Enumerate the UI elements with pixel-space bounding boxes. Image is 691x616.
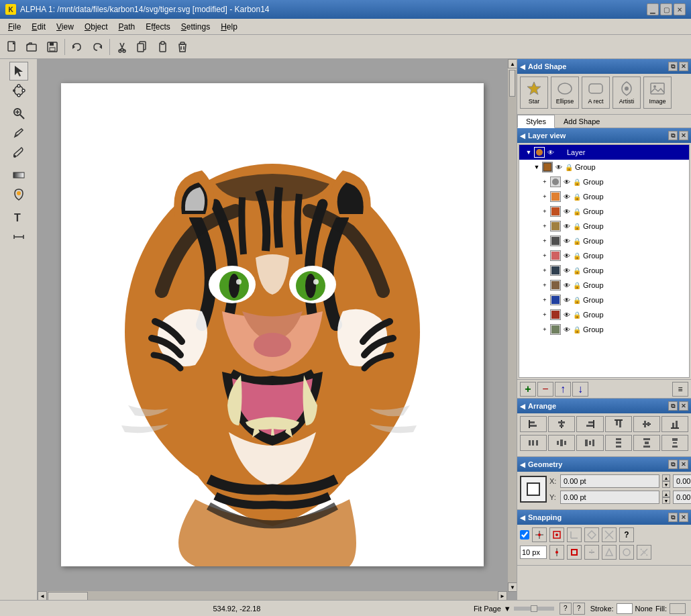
scroll-right-button[interactable]: ►: [498, 591, 507, 600]
open-button[interactable]: [23, 38, 42, 56]
help-button-1[interactable]: ?: [560, 603, 572, 615]
snap-node-button[interactable]: [584, 527, 599, 542]
layer-item-group3[interactable]: + 👁 🔒 Group: [519, 189, 689, 204]
brush-tool-button[interactable]: [9, 143, 28, 162]
layer-group8-lock-icon[interactable]: 🔒: [572, 266, 582, 275]
arrange-detach-button[interactable]: ⧉: [668, 401, 678, 411]
zoom-slider-thumb[interactable]: [531, 605, 537, 612]
layer-eye-icon[interactable]: 👁: [546, 148, 555, 157]
pencil-tool-button[interactable]: [9, 123, 28, 142]
arrange-align-top-button[interactable]: [605, 416, 632, 432]
arrange-distrib-center-button[interactable]: [548, 435, 575, 451]
new-button[interactable]: [3, 38, 21, 56]
snapping-enable-checkbox[interactable]: [520, 530, 529, 540]
layer-item-group12[interactable]: + 👁 🔒 Group: [519, 322, 689, 337]
geometry-y-up-button[interactable]: ▲: [662, 491, 670, 497]
snapping-close-button[interactable]: ✕: [679, 513, 688, 522]
snap-dist-btn4[interactable]: [602, 545, 617, 560]
layer-group3-lock-icon[interactable]: 🔒: [572, 192, 582, 201]
layer-group8-eye-icon[interactable]: 👁: [562, 266, 572, 275]
layer-group4-lock-icon[interactable]: 🔒: [572, 207, 582, 216]
layer-item-group5[interactable]: + 👁 🔒 Group: [519, 219, 689, 234]
layer-item-group9[interactable]: + 👁 🔒 Group: [519, 278, 689, 293]
arrange-align-left-button[interactable]: [520, 416, 547, 432]
vertical-scrollbar[interactable]: ▲ ▼: [507, 59, 517, 591]
arrange-distrib-top-button[interactable]: [605, 435, 632, 451]
tab-add-shape[interactable]: Add Shape: [555, 115, 608, 127]
snapping-detach-button[interactable]: ⧉: [668, 513, 678, 522]
close-button[interactable]: ✕: [674, 3, 686, 15]
layer-group9-eye-icon[interactable]: 👁: [562, 280, 572, 290]
arrange-distrib-right-button[interactable]: [576, 435, 603, 451]
arect-shape-button[interactable]: A rect: [582, 76, 610, 109]
geometry-x2-input[interactable]: [673, 474, 691, 488]
tab-styles[interactable]: Styles: [517, 115, 555, 128]
menu-path[interactable]: Path: [113, 21, 141, 33]
layer-group6-lock-icon[interactable]: 🔒: [572, 236, 582, 246]
arrange-align-center-h-button[interactable]: [548, 416, 575, 432]
layer-remove-button[interactable]: −: [537, 382, 553, 397]
copy-button[interactable]: [133, 38, 152, 56]
layer-item-layer[interactable]: ▼ 👁 Layer: [519, 145, 689, 160]
layer-group4-eye-icon[interactable]: 👁: [562, 207, 572, 216]
maximize-button[interactable]: ▢: [660, 3, 672, 15]
scroll-left-button[interactable]: ◄: [38, 591, 47, 600]
layer-group12-eye-icon[interactable]: 👁: [562, 325, 572, 334]
layer-view-close-button[interactable]: ✕: [679, 131, 688, 140]
menu-view[interactable]: View: [51, 21, 79, 33]
geometry-x-up-button[interactable]: ▲: [662, 474, 670, 481]
stroke-swatch[interactable]: [617, 603, 633, 614]
layer-group2-eye-icon[interactable]: 👁: [562, 177, 572, 187]
menu-settings[interactable]: Settings: [176, 21, 215, 33]
layer-group2-lock-icon[interactable]: 🔒: [572, 177, 582, 187]
snap-intersection-button[interactable]: [602, 527, 617, 542]
layer-group10-lock-icon[interactable]: 🔒: [572, 295, 582, 305]
layer-group11-eye-icon[interactable]: 👁: [562, 310, 572, 319]
geometry-y2-input[interactable]: [673, 491, 691, 504]
arrange-close-button[interactable]: ✕: [679, 401, 688, 411]
undo-button[interactable]: [68, 38, 87, 56]
arrange-align-middle-button[interactable]: [633, 416, 660, 432]
minimize-button[interactable]: ▁: [647, 3, 659, 15]
layer-item-group2[interactable]: + 👁 🔒 Group: [519, 174, 689, 189]
layer-menu-button[interactable]: ≡: [672, 382, 688, 397]
arrange-align-bottom-button[interactable]: [661, 416, 688, 432]
arrange-distrib-middle-button[interactable]: [633, 435, 660, 451]
help-button-2[interactable]: ?: [573, 603, 585, 615]
gradient-tool-button[interactable]: [9, 166, 28, 185]
snap-help-button[interactable]: ?: [619, 527, 634, 542]
layer-item-group8[interactable]: + 👁 🔒 Group: [519, 263, 689, 278]
geometry-x-input[interactable]: [560, 474, 659, 488]
menu-edit[interactable]: Edit: [26, 21, 51, 33]
layer-item-group10[interactable]: + 👁 🔒 Group: [519, 293, 689, 307]
node-tool-button[interactable]: [9, 81, 28, 100]
layer-group7-lock-icon[interactable]: 🔒: [572, 251, 582, 260]
color-picker-button[interactable]: [9, 185, 28, 204]
layer-item-group4[interactable]: + 👁 🔒 Group: [519, 204, 689, 219]
layer-group10-eye-icon[interactable]: 👁: [562, 295, 572, 305]
arrange-distrib-left-button[interactable]: [520, 435, 547, 451]
layer-group1-lock-icon[interactable]: 🔒: [564, 162, 574, 172]
snap-orthogonal-button[interactable]: [567, 527, 582, 542]
layer-add-button[interactable]: +: [520, 382, 536, 397]
snap-dist-btn5[interactable]: [619, 545, 634, 560]
geometry-x-spinner[interactable]: ▲ ▼: [662, 474, 670, 488]
layer-lock-icon[interactable]: [556, 148, 566, 157]
horizontal-scrollbar[interactable]: ◄ ►: [38, 591, 507, 600]
layer-tree[interactable]: ▼ 👁 Layer ▼: [519, 144, 690, 378]
snap-dist-btn2[interactable]: [567, 545, 582, 560]
layer-item-group1[interactable]: ▼ 👁 🔒 Group: [519, 160, 689, 174]
arrange-align-right-button[interactable]: [576, 416, 603, 432]
menu-help[interactable]: Help: [215, 21, 243, 33]
layer-group7-eye-icon[interactable]: 👁: [562, 251, 572, 260]
layer-group9-lock-icon[interactable]: 🔒: [572, 280, 582, 290]
cut-button[interactable]: [113, 38, 131, 56]
image-shape-button[interactable]: Image: [643, 76, 672, 109]
zoom-dropdown-icon[interactable]: ▼: [504, 605, 511, 613]
scroll-up-button[interactable]: ▲: [508, 59, 517, 68]
geometry-y-input[interactable]: [560, 491, 659, 504]
layer-down-button[interactable]: ↓: [572, 382, 588, 397]
snap-to-grid-button[interactable]: [532, 527, 547, 542]
artistic-shape-button[interactable]: Artisti: [613, 76, 641, 109]
layer-group1-eye-icon[interactable]: 👁: [554, 162, 564, 172]
